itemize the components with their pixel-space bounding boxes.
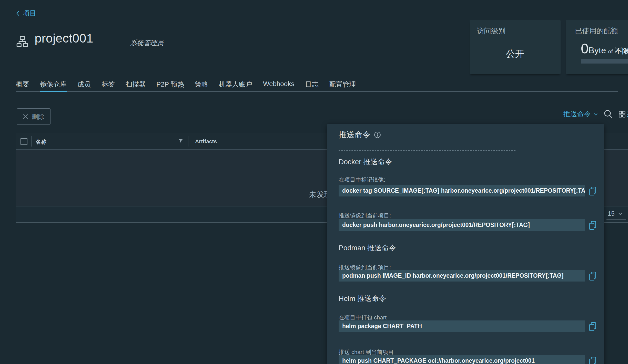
list-view-icon[interactable] (626, 111, 628, 118)
access-level-card: 访问级别 公开 (470, 20, 561, 74)
column-separator (31, 136, 32, 147)
push-command-dropdown-trigger[interactable]: 推送命令 (563, 110, 598, 119)
helm-section-heading: Helm 推送命令 (339, 294, 386, 304)
tab-logs[interactable]: 日志 (305, 80, 318, 91)
back-to-projects-link[interactable]: 项目 (16, 9, 36, 18)
tab-webhooks[interactable]: Webhooks (263, 80, 294, 91)
page-size-underline (606, 220, 626, 220)
quota-unit: Byte (589, 45, 606, 55)
title-divider (120, 36, 120, 48)
copy-icon[interactable] (589, 272, 596, 281)
podman-section-heading: Podman 推送命令 (339, 243, 396, 253)
tab-labels[interactable]: 标签 (102, 80, 115, 91)
docker-tag-label: 在项目中标记镜像: (339, 176, 385, 184)
docker-tag-command[interactable]: docker tag SOURCE_IMAGE[:TAG] harbor.one… (339, 185, 585, 196)
helm-push-command[interactable]: helm push CHART_PACKAGE oci://harbor.one… (339, 355, 585, 364)
dashed-divider (339, 150, 515, 151)
docker-section-heading: Docker 推送命令 (339, 157, 392, 167)
quota-value: 0Byte of 不限制 (581, 40, 628, 56)
chevron-left-icon (16, 11, 20, 16)
copy-icon[interactable] (589, 357, 596, 364)
tab-configuration[interactable]: 配置管理 (329, 80, 356, 91)
access-level-label: 访问级别 (477, 26, 561, 36)
access-level-value: 公开 (470, 48, 561, 60)
chevron-down-icon (594, 113, 598, 116)
x-icon (23, 114, 28, 119)
docker-push-label: 推送镜像到当前项目: (339, 212, 391, 220)
search-button[interactable] (603, 109, 613, 119)
tab-policy[interactable]: 策略 (195, 80, 208, 91)
info-icon[interactable] (374, 131, 381, 138)
tab-p2p-preheat[interactable]: P2P 预热 (156, 80, 184, 91)
push-command-trigger-label: 推送命令 (563, 110, 591, 119)
column-separator (188, 136, 188, 147)
project-role-label: 系统管理员 (130, 38, 164, 47)
card-view-icon[interactable] (619, 111, 625, 118)
toolbar-divider (616, 109, 616, 119)
page-title: project001 (35, 31, 93, 45)
quota-card: 已使用的配额 0Byte of 不限制 (566, 20, 628, 74)
quota-label: 已使用的配额 (575, 26, 628, 36)
delete-button-label: 删除 (32, 112, 45, 121)
quota-of-text: of (608, 49, 613, 55)
select-all-checkbox[interactable] (21, 138, 27, 145)
copy-icon[interactable] (589, 322, 596, 331)
column-header-artifacts[interactable]: Artifacts (195, 138, 217, 144)
tab-summary[interactable]: 概要 (16, 80, 29, 91)
docker-push-command[interactable]: docker push harbor.oneyearice.org/projec… (339, 219, 585, 231)
push-panel-title-row: 推送命令 (339, 129, 381, 140)
helm-package-command[interactable]: helm package CHART_PATH (339, 320, 585, 332)
quota-used-number: 0 (581, 40, 589, 56)
copy-icon[interactable] (589, 221, 596, 230)
quota-limit: 不限制 (615, 46, 628, 56)
tab-repositories[interactable]: 镜像仓库 (40, 80, 67, 91)
project-icon (16, 35, 28, 48)
podman-push-command[interactable]: podman push IMAGE_ID harbor.oneyearice.o… (339, 270, 585, 282)
filter-icon[interactable] (178, 139, 183, 143)
copy-icon[interactable] (589, 186, 596, 196)
tab-members[interactable]: 成员 (77, 80, 91, 91)
page-size-value: 15 (608, 210, 615, 217)
project-tabs: 概要 镜像仓库 成员 标签 扫描器 P2P 预热 策略 机器人账户 Webhoo… (16, 80, 618, 92)
push-command-panel: 推送命令 Docker 推送命令 在项目中标记镜像: docker tag SO… (327, 123, 604, 364)
page-size-select[interactable]: 15 (608, 210, 622, 217)
harbor-project-page: 项目 project001 系统管理员 访问级别 公开 已使用的配额 0Byte… (0, 0, 628, 364)
back-link-label: 项目 (23, 9, 36, 18)
tab-scanner[interactable]: 扫描器 (126, 80, 146, 91)
push-panel-title: 推送命令 (339, 129, 370, 140)
tab-robot-accounts[interactable]: 机器人账户 (219, 80, 252, 91)
chevron-down-icon (618, 213, 622, 215)
column-header-name[interactable]: 名称 (36, 138, 46, 145)
quota-progress-bar (581, 59, 628, 64)
delete-button[interactable]: 删除 (17, 108, 50, 125)
